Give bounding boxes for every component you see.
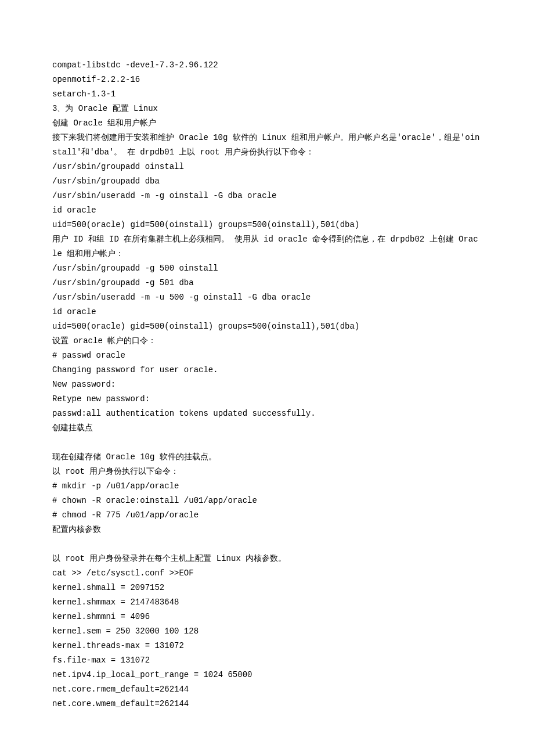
text-line: kernel.sem = 250 32000 100 128 [52, 624, 482, 639]
text-line: /usr/sbin/groupadd dba [52, 174, 482, 189]
text-line: # passwd oracle [52, 348, 482, 363]
text-line: kernel.shmmni = 4096 [52, 610, 482, 624]
text-line: /usr/sbin/groupadd oinstall [52, 160, 482, 174]
text-line: 接下来我们将创建用于安装和维护 Oracle 10g 软件的 Linux 组和用… [52, 131, 482, 160]
text-line: setarch-1.3-1 [52, 87, 482, 102]
text-line: 配置内核参数 [52, 523, 482, 537]
text-line: kernel.shmall = 2097152 [52, 581, 482, 595]
text-line: passwd:all authentication tokens updated… [52, 406, 482, 421]
blank-line [52, 435, 482, 450]
text-line: 用户 ID 和组 ID 在所有集群主机上必须相同。 使用从 id oracle … [52, 232, 482, 261]
text-line: net.core.wmem_default=262144 [52, 697, 482, 711]
text-line: net.ipv4.ip_local_port_range = 1024 6500… [52, 668, 482, 682]
text-line: Retype new password: [52, 392, 482, 406]
text-line: fs.file-max = 131072 [52, 653, 482, 668]
text-line: 创建挂载点 [52, 421, 482, 435]
text-line: kernel.shmmax = 2147483648 [52, 595, 482, 610]
text-line: 现在创建存储 Oracle 10g 软件的挂载点。 [52, 450, 482, 465]
text-line: cat >> /etc/sysctl.conf >>EOF [52, 566, 482, 581]
text-line: 以 root 用户身份登录并在每个主机上配置 Linux 内核参数。 [52, 552, 482, 566]
text-line: 设置 oracle 帐户的口令： [52, 334, 482, 348]
text-line: 3、为 Oracle 配置 Linux [52, 102, 482, 116]
blank-line [52, 537, 482, 552]
text-line: id oracle [52, 203, 482, 218]
text-line: New password: [52, 377, 482, 392]
text-line: # chown -R oracle:oinstall /u01/app/orac… [52, 494, 482, 508]
text-line: /usr/sbin/groupadd -g 500 oinstall [52, 261, 482, 276]
document-page: compat-libstdc -devel-7.3-2.96.122openmo… [0, 0, 534, 746]
text-line: # chmod -R 775 /u01/app/oracle [52, 508, 482, 523]
text-line: /usr/sbin/useradd -m -g oinstall -G dba … [52, 189, 482, 203]
document-content: compat-libstdc -devel-7.3-2.96.122openmo… [52, 58, 482, 711]
text-line: id oracle [52, 305, 482, 319]
text-line: /usr/sbin/groupadd -g 501 dba [52, 276, 482, 290]
text-line: uid=500(oracle) gid=500(oinstall) groups… [52, 218, 482, 232]
text-line: 创建 Oracle 组和用户帐户 [52, 116, 482, 131]
text-line: openmotif-2.2.2-16 [52, 73, 482, 87]
text-line: /usr/sbin/useradd -m -u 500 -g oinstall … [52, 290, 482, 305]
text-line: compat-libstdc -devel-7.3-2.96.122 [52, 58, 482, 73]
text-line: net.core.rmem_default=262144 [52, 682, 482, 697]
text-line: # mkdir -p /u01/app/oracle [52, 479, 482, 494]
text-line: 以 root 用户身份执行以下命令： [52, 465, 482, 479]
text-line: uid=500(oracle) gid=500(oinstall) groups… [52, 319, 482, 334]
text-line: kernel.threads-max = 131072 [52, 639, 482, 653]
text-line: Changing password for user oracle. [52, 363, 482, 377]
